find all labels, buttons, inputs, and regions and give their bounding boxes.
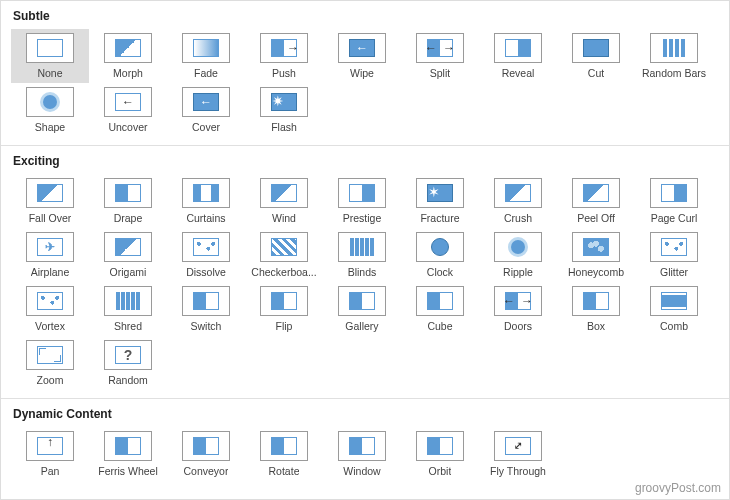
transition-label: Glitter <box>660 266 688 278</box>
transition-item[interactable]: Prestige <box>323 174 401 228</box>
transition-item[interactable]: ←→Doors <box>479 282 557 336</box>
transition-item[interactable]: Honeycomb <box>557 228 635 282</box>
transition-label: Cube <box>427 320 452 332</box>
transition-item[interactable]: Fall Over <box>11 174 89 228</box>
transition-item[interactable]: ←Wipe <box>323 29 401 83</box>
transition-item[interactable]: Zoom <box>11 336 89 390</box>
transition-grid: NoneMorphFade→Push←Wipe←→SplitRevealCutR… <box>11 29 719 137</box>
transition-label: Vortex <box>35 320 65 332</box>
transition-label: Peel Off <box>577 212 615 224</box>
transition-item[interactable]: Cube <box>401 282 479 336</box>
transition-item[interactable]: Clock <box>401 228 479 282</box>
transition-item[interactable]: Checkerboa... <box>245 228 323 282</box>
section-title: Dynamic Content <box>13 407 719 421</box>
transition-item[interactable]: Box <box>557 282 635 336</box>
transition-label: Fracture <box>420 212 459 224</box>
transition-label: Airplane <box>31 266 70 278</box>
transition-label: Cut <box>588 67 604 79</box>
transition-item[interactable]: ⤢Fly Through <box>479 427 557 481</box>
transition-item[interactable]: Blinds <box>323 228 401 282</box>
transition-item[interactable]: ✶Fracture <box>401 174 479 228</box>
transition-label: Cover <box>192 121 220 133</box>
transition-item[interactable]: →Push <box>245 29 323 83</box>
transition-label: Flip <box>276 320 293 332</box>
transition-item[interactable]: Fade <box>167 29 245 83</box>
transition-label: Checkerboa... <box>251 266 316 278</box>
transition-item[interactable]: Crush <box>479 174 557 228</box>
transition-label: Page Curl <box>651 212 698 224</box>
fracture-icon: ✶ <box>416 178 464 208</box>
transition-item[interactable]: Random Bars <box>635 29 713 83</box>
transition-label: Clock <box>427 266 453 278</box>
transition-label: Box <box>587 320 605 332</box>
half-icon <box>416 286 464 316</box>
half-icon <box>260 286 308 316</box>
transition-item[interactable]: Dissolve <box>167 228 245 282</box>
cover-icon: ← <box>182 87 230 117</box>
transition-item[interactable]: ?Random <box>89 336 167 390</box>
chk-icon <box>260 232 308 262</box>
shape-icon <box>26 87 74 117</box>
transition-item[interactable]: Drape <box>89 174 167 228</box>
transition-item[interactable]: Conveyor <box>167 427 245 481</box>
transition-item[interactable]: Orbit <box>401 427 479 481</box>
transition-item[interactable]: Switch <box>167 282 245 336</box>
flythrough-icon: ⤢ <box>494 431 542 461</box>
transition-item[interactable]: Gallery <box>323 282 401 336</box>
transition-item[interactable]: Vortex <box>11 282 89 336</box>
pan-icon: ↑ <box>26 431 74 461</box>
half-icon <box>104 431 152 461</box>
transition-label: Wipe <box>350 67 374 79</box>
transition-item[interactable]: Ripple <box>479 228 557 282</box>
transition-item[interactable]: Reveal <box>479 29 557 83</box>
transition-item[interactable]: Ferris Wheel <box>89 427 167 481</box>
half-icon <box>338 431 386 461</box>
honey-icon <box>572 232 620 262</box>
transition-label: Prestige <box>343 212 382 224</box>
push-icon: → <box>260 33 308 63</box>
split-icon: ←→ <box>416 33 464 63</box>
transition-item[interactable]: ↑Pan <box>11 427 89 481</box>
transition-label: Morph <box>113 67 143 79</box>
transition-item[interactable]: Flip <box>245 282 323 336</box>
transition-label: Reveal <box>502 67 535 79</box>
transition-item[interactable]: Morph <box>89 29 167 83</box>
transition-section: SubtleNoneMorphFade→Push←Wipe←→SplitReve… <box>1 1 729 145</box>
transition-item[interactable]: Curtains <box>167 174 245 228</box>
transition-item[interactable]: Shape <box>11 83 89 137</box>
transition-label: None <box>37 67 62 79</box>
halfr-icon <box>650 178 698 208</box>
transition-item[interactable]: ←Uncover <box>89 83 167 137</box>
transition-item[interactable]: ✈Airplane <box>11 228 89 282</box>
glitter-icon <box>182 232 230 262</box>
transition-item[interactable]: Rotate <box>245 427 323 481</box>
transition-item[interactable]: Peel Off <box>557 174 635 228</box>
blinds-icon <box>338 232 386 262</box>
transition-label: Fall Over <box>29 212 72 224</box>
half-icon <box>182 286 230 316</box>
comb-icon <box>650 286 698 316</box>
transition-item[interactable]: ←Cover <box>167 83 245 137</box>
transition-item[interactable]: ←→Split <box>401 29 479 83</box>
glitter-icon <box>26 286 74 316</box>
transition-label: Gallery <box>345 320 378 332</box>
transition-item[interactable]: Page Curl <box>635 174 713 228</box>
transition-item[interactable]: Comb <box>635 282 713 336</box>
transition-item[interactable]: Window <box>323 427 401 481</box>
transition-item[interactable]: Glitter <box>635 228 713 282</box>
airplane-icon: ✈ <box>26 232 74 262</box>
transition-item[interactable]: Cut <box>557 29 635 83</box>
transition-item[interactable]: Origami <box>89 228 167 282</box>
transition-item[interactable]: Wind <box>245 174 323 228</box>
half-icon <box>182 431 230 461</box>
transition-item[interactable]: ✷Flash <box>245 83 323 137</box>
transition-section: ExcitingFall OverDrapeCurtainsWindPresti… <box>1 145 729 398</box>
transition-item[interactable]: Shred <box>89 282 167 336</box>
transition-item[interactable]: None <box>11 29 89 83</box>
transition-label: Zoom <box>37 374 64 386</box>
transition-label: Comb <box>660 320 688 332</box>
blinds-icon <box>104 286 152 316</box>
bars-icon <box>650 33 698 63</box>
transition-label: Origami <box>110 266 147 278</box>
transition-label: Random Bars <box>642 67 706 79</box>
